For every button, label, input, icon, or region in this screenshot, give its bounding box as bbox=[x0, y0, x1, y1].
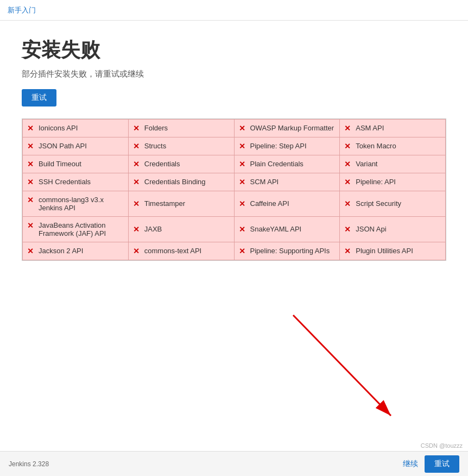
error-x-icon: ✕ bbox=[344, 142, 351, 151]
plugin-name: Jackson 2 API bbox=[39, 247, 83, 255]
table-cell: ✕JSON Api bbox=[340, 217, 446, 242]
plugin-name: Pipeline: Step API bbox=[250, 142, 307, 150]
plugin-name: Plain Credentials bbox=[250, 160, 303, 168]
plugin-name: SSH Credentials bbox=[39, 178, 91, 186]
plugin-name: ASM API bbox=[356, 124, 384, 132]
table-cell: ✕Script Security bbox=[340, 191, 446, 217]
plugin-name: OWASP Markup Formatter bbox=[250, 124, 334, 132]
arrow-area bbox=[0, 310, 468, 435]
error-x-icon: ✕ bbox=[239, 124, 245, 133]
error-x-icon: ✕ bbox=[27, 196, 34, 204]
table-cell: ✕commons-text API bbox=[128, 242, 234, 260]
table-cell: ✕Pipeline: Step API bbox=[234, 137, 340, 155]
error-x-icon: ✕ bbox=[344, 199, 351, 208]
plugin-name: Caffeine API bbox=[250, 199, 289, 208]
table-cell: ✕Caffeine API bbox=[234, 191, 340, 217]
error-x-icon: ✕ bbox=[133, 178, 140, 186]
plugin-name: JSON Api bbox=[356, 225, 386, 233]
plugin-name: SnakeYAML API bbox=[250, 225, 302, 233]
error-x-icon: ✕ bbox=[344, 178, 351, 186]
plugin-name: Structs bbox=[144, 142, 166, 150]
retry-button-top[interactable]: 重试 bbox=[22, 89, 56, 107]
plugin-table: ✕Ionicons API✕Folders✕OWASP Markup Forma… bbox=[22, 119, 446, 260]
table-cell: ✕SnakeYAML API bbox=[234, 217, 340, 242]
plugin-name: JSON Path API bbox=[39, 142, 87, 150]
error-x-icon: ✕ bbox=[27, 160, 34, 168]
nav-link-intro[interactable]: 新手入门 bbox=[8, 5, 36, 15]
table-cell: ✕Token Macro bbox=[340, 137, 446, 155]
error-x-icon: ✕ bbox=[133, 199, 140, 208]
table-cell: ✕OWASP Markup Formatter bbox=[234, 120, 340, 137]
plugin-name: Timestamper bbox=[144, 199, 185, 208]
error-x-icon: ✕ bbox=[344, 160, 351, 168]
plugin-name: Plugin Utilities API bbox=[356, 247, 413, 255]
retry-button-bottom[interactable]: 重试 bbox=[425, 455, 459, 473]
plugin-name: Ionicons API bbox=[39, 124, 78, 132]
error-x-icon: ✕ bbox=[27, 221, 34, 230]
plugin-name: Credentials bbox=[144, 160, 180, 168]
plugin-name: Token Macro bbox=[356, 142, 396, 150]
error-x-icon: ✕ bbox=[239, 142, 245, 151]
table-cell: ✕ASM API bbox=[340, 120, 446, 137]
plugin-name: Build Timeout bbox=[39, 160, 81, 168]
table-cell: ✕Credentials bbox=[128, 155, 234, 173]
page-subtitle: 部分插件安装失败，请重试或继续 bbox=[22, 69, 446, 79]
error-x-icon: ✕ bbox=[133, 225, 140, 234]
plugin-name: Folders bbox=[144, 124, 168, 132]
plugin-name: SCM API bbox=[250, 178, 279, 186]
table-cell: ✕Ionicons API bbox=[23, 120, 129, 137]
top-nav: 新手入门 bbox=[0, 0, 468, 21]
error-x-icon: ✕ bbox=[239, 225, 245, 234]
error-x-icon: ✕ bbox=[133, 247, 140, 255]
error-x-icon: ✕ bbox=[239, 247, 245, 255]
table-cell: ✕JSON Path API bbox=[23, 137, 129, 155]
error-x-icon: ✕ bbox=[239, 178, 245, 186]
error-x-icon: ✕ bbox=[344, 124, 351, 133]
bottom-bar: Jenkins 2.328 继续 重试 bbox=[0, 451, 468, 476]
plugin-name: JavaBeans Activation Framework (JAF) API bbox=[39, 221, 123, 237]
table-cell: ✕Pipeline: Supporting APIs bbox=[234, 242, 340, 260]
table-cell: ✕Timestamper bbox=[128, 191, 234, 217]
csdn-watermark: CSDN @touzzz bbox=[421, 442, 463, 449]
error-x-icon: ✕ bbox=[27, 142, 34, 151]
table-cell: ✕Plugin Utilities API bbox=[340, 242, 446, 260]
error-x-icon: ✕ bbox=[239, 199, 245, 208]
main-content: 安装失败 部分插件安装失败，请重试或继续 重试 ✕Ionicons API✕Fo… bbox=[0, 21, 468, 272]
table-cell: ✕Pipeline: API bbox=[340, 173, 446, 191]
plugin-name: Variant bbox=[356, 160, 377, 168]
continue-link[interactable]: 继续 bbox=[403, 459, 418, 469]
plugin-name: Pipeline: Supporting APIs bbox=[250, 247, 330, 255]
plugin-name: commons-lang3 v3.x Jenkins API bbox=[39, 196, 123, 212]
error-x-icon: ✕ bbox=[344, 225, 351, 234]
bottom-right-actions: 继续 重试 bbox=[403, 455, 459, 473]
table-cell: ✕Jackson 2 API bbox=[23, 242, 129, 260]
error-x-icon: ✕ bbox=[27, 124, 34, 133]
error-x-icon: ✕ bbox=[344, 247, 351, 255]
error-x-icon: ✕ bbox=[133, 124, 140, 133]
version-label: Jenkins 2.328 bbox=[9, 460, 49, 468]
plugin-table-container[interactable]: ✕Ionicons API✕Folders✕OWASP Markup Forma… bbox=[22, 118, 446, 261]
page-title: 安装失败 bbox=[22, 37, 446, 64]
table-cell: ✕commons-lang3 v3.x Jenkins API bbox=[23, 191, 129, 217]
table-cell: ✕Variant bbox=[340, 155, 446, 173]
table-cell: ✕Build Timeout bbox=[23, 155, 129, 173]
table-cell: ✕SCM API bbox=[234, 173, 340, 191]
plugin-name: Pipeline: API bbox=[356, 178, 396, 186]
plugin-name: JAXB bbox=[144, 225, 162, 233]
error-x-icon: ✕ bbox=[239, 160, 245, 168]
error-x-icon: ✕ bbox=[133, 142, 140, 151]
error-x-icon: ✕ bbox=[27, 178, 34, 186]
plugin-name: commons-text API bbox=[144, 247, 201, 255]
error-x-icon: ✕ bbox=[133, 160, 140, 168]
table-cell: ✕JAXB bbox=[128, 217, 234, 242]
table-cell: ✕Structs bbox=[128, 137, 234, 155]
table-cell: ✕SSH Credentials bbox=[23, 173, 129, 191]
table-cell: ✕Plain Credentials bbox=[234, 155, 340, 173]
error-x-icon: ✕ bbox=[27, 247, 34, 255]
svg-line-1 bbox=[293, 315, 391, 416]
table-cell: ✕Credentials Binding bbox=[128, 173, 234, 191]
table-cell: ✕JavaBeans Activation Framework (JAF) AP… bbox=[23, 217, 129, 242]
plugin-name: Script Security bbox=[356, 199, 401, 208]
plugin-name: Credentials Binding bbox=[144, 178, 206, 186]
table-cell: ✕Folders bbox=[128, 120, 234, 137]
